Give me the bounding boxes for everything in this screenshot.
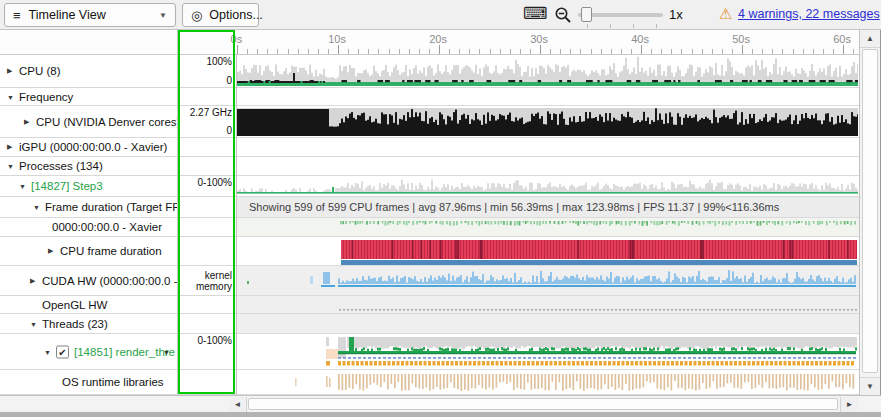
window-bottom-edge [0, 412, 881, 417]
thread-checkbox[interactable]: ✔ [56, 345, 69, 358]
scale-threads [178, 314, 236, 334]
scale-cpu-8: 100%0 [178, 55, 236, 88]
tree-row-threads[interactable]: ▼Threads (23) [0, 314, 177, 334]
vertical-scroll-thumb[interactable] [862, 49, 878, 373]
zoom-out-icon[interactable] [554, 6, 572, 28]
tree-row-render-thread[interactable]: ▼✔[14851] render_thre▼ [0, 334, 177, 370]
timeline-frequency[interactable] [237, 88, 859, 106]
scale-os-runtime [178, 370, 236, 395]
options-button[interactable]: ◎ Options... [182, 3, 259, 27]
timeline-igpu[interactable] [237, 138, 859, 157]
row-label: Processes (134) [19, 160, 103, 172]
timeline-area[interactable]: Showing 599 of 599 CPU frames | avg 87.9… [237, 55, 859, 395]
ruler-major-tick [439, 45, 440, 54]
timeline-opengl-hw[interactable] [237, 296, 859, 314]
timeline-cuda-hw[interactable] [237, 266, 859, 296]
scroll-down-button[interactable]: ▼ [860, 377, 880, 395]
tree-row-cpu-frame-duration[interactable]: ▶CPU frame duration [0, 237, 177, 266]
names-header [0, 30, 177, 55]
row-label: 0000:00:00.0 - Xavier [52, 221, 162, 233]
tree-row-frame-duration[interactable]: ▼Frame duration (Target FP [0, 197, 177, 218]
scroll-up-button[interactable]: ▲ [860, 30, 880, 48]
horizontal-scrollbar[interactable]: ◄ ► [0, 395, 881, 412]
scale-frequency [178, 88, 236, 106]
tree-row-opengl-hw[interactable]: OpenGL HW [0, 296, 177, 314]
toolbar: ≡ Timeline View ▼ ◎ Options... ⌨ 1x ⚠ 4 … [0, 0, 881, 30]
expand-arrow-icon[interactable]: ▶ [24, 118, 29, 126]
chart-opengl-hw [237, 296, 858, 313]
expand-arrow-icon[interactable]: ▼ [7, 163, 14, 170]
ruler-label: 20s [429, 33, 447, 45]
row-label: Frame duration (Target FP [45, 201, 177, 213]
timeline-xavier-display[interactable] [237, 218, 859, 237]
ruler-major-tick [843, 45, 844, 54]
chevron-down-icon: ▼ [159, 11, 167, 20]
options-icon: ◎ [191, 8, 202, 23]
chart-cuda-hw [237, 266, 858, 295]
tree-row-cpu-8[interactable]: ▶CPU (8) [0, 55, 177, 88]
options-label: Options... [209, 8, 263, 22]
timeline-threads[interactable] [237, 314, 859, 334]
scale-step3: 0-100% [178, 176, 236, 197]
slider-handle[interactable] [581, 7, 592, 22]
expand-arrow-icon[interactable]: ▶ [48, 247, 53, 255]
horizontal-scroll-thumb[interactable] [248, 398, 838, 410]
chart-render-thread [237, 334, 858, 369]
ruler-major-tick [540, 45, 541, 54]
expand-arrow-icon[interactable]: ▶ [7, 67, 12, 75]
thread-dropdown-caret-icon[interactable]: ▼ [163, 348, 170, 355]
timeline-os-runtime[interactable] [237, 370, 859, 395]
scale-frame-duration [178, 197, 236, 218]
tree-row-processes[interactable]: ▼Processes (134) [0, 157, 177, 176]
scale-max-label: 2.27 GHz [190, 107, 232, 118]
timeline-frame-duration[interactable]: Showing 599 of 599 CPU frames | avg 87.9… [237, 197, 859, 218]
scale-min-label: 0 [226, 75, 232, 86]
timeline-cpu-frame-duration[interactable] [237, 237, 859, 266]
tree-row-cpu-denver[interactable]: ▶CPU (NVIDIA Denver cores) [0, 106, 177, 138]
ruler-major-tick [641, 45, 642, 54]
scroll-left-button[interactable]: ◄ [229, 397, 247, 412]
vertical-scrollbar[interactable]: ▲ ▼ [859, 30, 880, 395]
ruler-label: 30s [530, 33, 548, 45]
nsight-timeline-window: ≡ Timeline View ▼ ◎ Options... ⌨ 1x ⚠ 4 … [0, 0, 881, 417]
scale-cpu-denver: 2.27 GHz0 [178, 106, 236, 138]
timeline-render-thread[interactable] [237, 334, 859, 370]
chart-cpu-denver [237, 106, 858, 137]
row-label: Threads (23) [42, 318, 108, 330]
view-selector-label: Timeline View [29, 8, 106, 22]
scale-processes [178, 157, 236, 176]
expand-arrow-icon[interactable]: ▼ [7, 93, 14, 100]
timeline-cpu-8[interactable] [237, 55, 859, 88]
expand-arrow-icon[interactable]: ▼ [33, 204, 40, 211]
timeline-zoom-slider[interactable] [578, 0, 664, 30]
tree-row-os-runtime[interactable]: OS runtime libraries [0, 370, 177, 395]
expand-arrow-icon[interactable]: ▶ [7, 143, 12, 151]
expand-arrow-icon[interactable]: ▼ [44, 348, 51, 355]
chart-xavier-display [237, 218, 858, 236]
row-label: CUDA HW (0000:00:00.0 - [42, 275, 177, 287]
expand-arrow-icon[interactable]: ▼ [30, 320, 37, 327]
expand-arrow-icon[interactable]: ▼ [19, 183, 26, 190]
tree-row-igpu[interactable]: ▶iGPU (0000:00:00.0 - Xavier) [0, 138, 177, 157]
scale-opengl-hw [178, 296, 236, 314]
warnings-messages-link[interactable]: 4 warnings, 22 messages [738, 7, 880, 21]
row-label: CPU (NVIDIA Denver cores) [36, 116, 177, 128]
timeline-cpu-denver[interactable] [237, 106, 859, 138]
view-selector-dropdown[interactable]: ≡ Timeline View ▼ [4, 3, 176, 27]
scale-max-label: 0-100% [198, 335, 232, 346]
tree-row-cuda-hw[interactable]: ▶CUDA HW (0000:00:00.0 - [0, 266, 177, 296]
scroll-right-button[interactable]: ► [840, 397, 858, 412]
ruler-major-tick [237, 45, 238, 54]
scale-cuda-hw: kernelmemory [178, 266, 236, 296]
row-label: OS runtime libraries [62, 376, 164, 388]
keyboard-shortcuts-icon[interactable]: ⌨ [523, 3, 548, 24]
timeline-step3[interactable] [237, 176, 859, 197]
tree-row-step3[interactable]: ▼[14827] Step3 [0, 176, 177, 197]
ruler-minor-ticks [237, 49, 859, 54]
tree-row-xavier-display[interactable]: 0000:00:00.0 - Xavier [0, 218, 177, 237]
expand-arrow-icon[interactable]: ▶ [30, 277, 35, 285]
ruler-label: 60s [833, 33, 851, 45]
timeline-processes[interactable] [237, 157, 859, 176]
tree-row-frequency[interactable]: ▼Frequency [0, 88, 177, 106]
time-ruler[interactable]: 0s10s20s30s40s50s60s [178, 30, 859, 55]
